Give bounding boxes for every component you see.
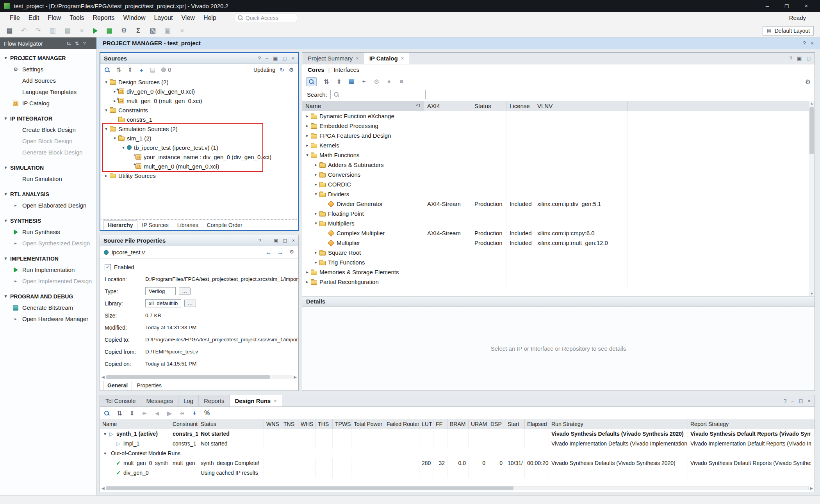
scrollbar-track[interactable] — [106, 375, 293, 379]
minimize-icon[interactable]: – — [266, 238, 269, 243]
dock-icon[interactable]: ▤ — [6, 27, 12, 35]
property-combo[interactable]: xil_defaultlib — [145, 299, 181, 307]
maximize-icon[interactable]: ◻ — [283, 238, 287, 243]
fn-expand-icon[interactable]: ⇅ — [75, 41, 79, 46]
expander-icon[interactable]: ▸ — [312, 248, 319, 257]
expander-icon[interactable]: ▸ — [304, 277, 311, 287]
scrollbar-track[interactable] — [106, 486, 809, 490]
catalog-settings-icon[interactable]: ⚙ — [805, 78, 811, 85]
column-header-tns[interactable]: TNS — [281, 419, 298, 429]
customize-icon[interactable]: ⚙ — [374, 78, 379, 85]
tab-hierarchy[interactable]: Hierarchy — [103, 220, 137, 230]
catalog-row[interactable]: Complex MultiplierAXI4-StreamProductionI… — [302, 228, 815, 238]
catalog-row[interactable]: ▸Memories & Storage Elements — [302, 267, 815, 277]
expander-icon[interactable]: ▾ — [304, 150, 311, 160]
context-help-icon[interactable]: ? — [803, 40, 806, 46]
expander-icon[interactable]: ▾ — [103, 108, 110, 113]
tab-log[interactable]: Log — [178, 395, 199, 406]
catalog-row[interactable]: ▾Math Functions — [302, 150, 815, 160]
tree-item[interactable]: ▸div_gen_0 (div_gen_0.xci) — [100, 87, 298, 96]
run-step-icon[interactable]: ▶ — [167, 410, 172, 417]
more-button[interactable]: … — [179, 287, 191, 295]
collapse-all-icon[interactable]: ⇅ — [324, 78, 329, 85]
column-header-ths[interactable]: THS — [316, 419, 333, 429]
paste-icon[interactable]: ▤ — [64, 27, 71, 35]
edit-icon[interactable]: ▣ — [164, 27, 171, 35]
tab-general[interactable]: General — [103, 381, 132, 390]
layout-selector[interactable]: ▤ Default Layout — [763, 26, 814, 35]
maximize-button[interactable]: ◻ — [777, 2, 797, 9]
close-icon[interactable]: × — [356, 53, 359, 64]
menu-layout[interactable]: Layout — [150, 14, 177, 21]
close-icon[interactable]: × — [808, 398, 811, 404]
expand-all-icon[interactable]: ⇕ — [129, 410, 135, 417]
float-icon[interactable]: ▣ — [797, 55, 802, 61]
catalog-row[interactable]: ▸Kernels — [302, 140, 815, 150]
tab-reports[interactable]: Reports — [199, 395, 230, 406]
close-button[interactable]: × — [797, 2, 816, 9]
expander-icon[interactable]: ▾ — [102, 449, 109, 458]
property-combo[interactable]: Verilog — [145, 287, 176, 295]
column-header-status[interactable]: Status — [471, 101, 506, 111]
expander-icon[interactable]: ▾ — [103, 126, 110, 131]
fn-help-icon[interactable]: ? — [83, 41, 86, 46]
properties-settings-icon[interactable]: ⚙ — [289, 249, 294, 256]
scroll-right-icon[interactable]: ▶ — [810, 486, 813, 490]
expander-icon[interactable]: ▸ — [312, 257, 319, 267]
flow-section-header[interactable]: ▾PROJECT MANAGER — [0, 52, 96, 64]
flow-section-header[interactable]: ▾SYNTHESIS — [0, 215, 96, 226]
expander-icon[interactable]: ▸ — [304, 111, 311, 121]
tab-ip-sources[interactable]: IP Sources — [138, 221, 173, 229]
dot-icon[interactable]: ● — [386, 78, 392, 85]
flow-item[interactable]: Generate Block Design — [0, 147, 96, 158]
flow-item[interactable]: ▸Open Hardware Manager — [0, 313, 96, 325]
minimize-button[interactable]: – — [758, 2, 777, 9]
catalog-search-input[interactable] — [330, 90, 426, 99]
add-sources-icon[interactable]: + — [139, 67, 144, 73]
go-to-start-icon[interactable]: ↞ — [142, 410, 147, 417]
close-icon[interactable]: × — [292, 238, 295, 243]
expander-icon[interactable]: ▾ — [120, 145, 127, 150]
menu-tools[interactable]: Tools — [65, 14, 88, 21]
catalog-row[interactable]: ▸Floating Point — [302, 209, 815, 218]
expander-icon[interactable]: ▾ — [312, 218, 319, 228]
run-icon[interactable] — [93, 28, 98, 34]
catalog-row[interactable]: ▸Square Root — [302, 248, 815, 257]
create-run-icon[interactable]: + — [192, 410, 197, 417]
column-header-constraints[interactable]: Constraints — [170, 419, 198, 429]
forward-icon[interactable]: → — [277, 249, 283, 256]
column-header-elapsed[interactable]: Elapsed — [525, 419, 549, 429]
tree-item[interactable]: ▾Constraints — [100, 105, 298, 115]
expander-icon[interactable]: ▸ — [304, 121, 311, 131]
expander-icon[interactable]: ▸ — [103, 173, 110, 178]
stop-icon[interactable]: ■ — [399, 78, 404, 85]
tree-item[interactable]: ▸mult_gen_0 (mult_gen_0.xci) — [100, 96, 298, 105]
tab-ip-catalog[interactable]: IP Catalog× — [364, 53, 410, 64]
flow-item[interactable]: ▸Open Synthesized Design — [0, 238, 96, 249]
minimize-icon[interactable]: – — [266, 55, 268, 61]
column-header-start[interactable]: Start — [505, 419, 525, 429]
tree-item[interactable]: ▾tb_ipcore_test (ipcore_test.v) (1) — [100, 143, 298, 152]
flow-steps-icon[interactable]: ▦ — [106, 27, 112, 35]
scroll-right-icon[interactable]: ▶ — [294, 375, 297, 379]
column-header-bram[interactable]: BRAM — [447, 419, 469, 429]
collapse-all-icon[interactable]: ⇅ — [117, 410, 122, 417]
column-header-total_power[interactable]: Total Power — [351, 419, 384, 429]
catalog-row[interactable]: ▸Trig Functions — [302, 257, 815, 267]
expander-icon[interactable]: ▸ — [304, 131, 311, 140]
scrollbar-thumb[interactable] — [106, 486, 513, 490]
column-header-name[interactable]: Name — [100, 419, 170, 429]
fn-swap-icon[interactable]: ⇆ — [67, 41, 71, 46]
tab-properties[interactable]: Properties — [133, 381, 166, 390]
catalog-row[interactable]: ▸Adders & Subtracters — [302, 160, 815, 170]
catalog-row[interactable]: MultiplierProductionIncludedxilinx.com:i… — [302, 238, 815, 248]
collapse-all-icon[interactable]: ⇅ — [116, 66, 121, 73]
copy-icon[interactable]: ▥ — [50, 27, 56, 35]
horizontal-scrollbar[interactable]: ◀ ▶ — [102, 485, 813, 491]
fn-collapse-icon[interactable]: – — [90, 41, 93, 46]
cancel-icon[interactable]: × — [179, 27, 185, 35]
column-header-uram[interactable]: URAM — [469, 419, 488, 429]
subtab-cores[interactable]: Cores — [308, 66, 324, 73]
catalog-row[interactable]: ▸Dynamic Function eXchange — [302, 111, 815, 121]
tab-libraries[interactable]: Libraries — [173, 221, 202, 229]
